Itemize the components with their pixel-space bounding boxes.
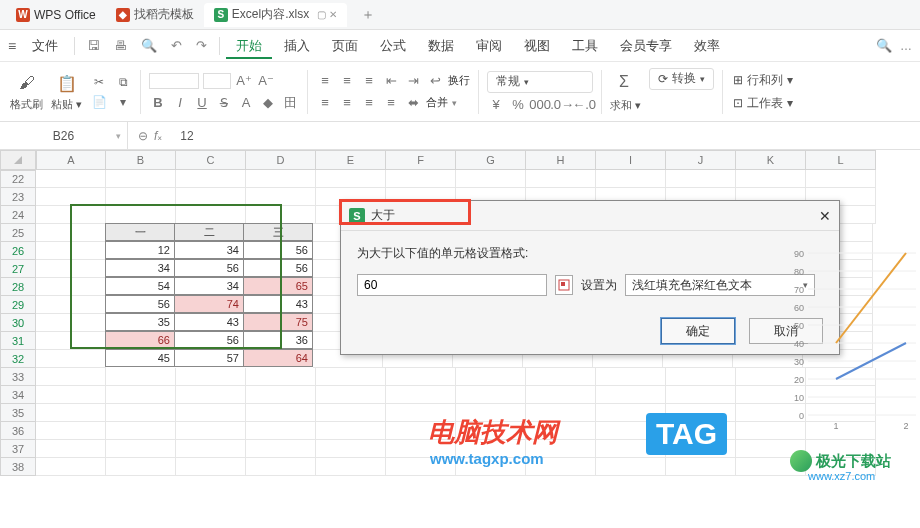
cell[interactable] (36, 332, 106, 350)
row-header[interactable]: 36 (0, 422, 36, 440)
dec-dec-icon[interactable]: ←.0 (575, 97, 593, 113)
formula-input[interactable]: 12 (172, 129, 920, 143)
cell[interactable]: 74 (174, 295, 244, 313)
underline-icon[interactable]: U (193, 95, 211, 111)
cell[interactable] (36, 296, 106, 314)
cell[interactable] (316, 440, 386, 458)
preview-icon[interactable]: 🔍 (135, 34, 163, 57)
cell[interactable] (36, 278, 106, 296)
cell[interactable] (106, 368, 176, 386)
row-header[interactable]: 34 (0, 386, 36, 404)
fontsize-box[interactable] (203, 73, 231, 89)
cell[interactable] (316, 422, 386, 440)
ok-button[interactable]: 确定 (661, 318, 735, 344)
cell[interactable]: 二 (174, 223, 244, 241)
dec-inc-icon[interactable]: .0→ (553, 97, 571, 113)
font-box[interactable] (149, 73, 199, 89)
indent-dec-icon[interactable]: ⇤ (382, 73, 400, 89)
menu-start[interactable]: 开始 (226, 33, 272, 59)
cell[interactable] (36, 404, 106, 422)
cell[interactable] (176, 170, 246, 188)
cell[interactable]: 56 (105, 295, 175, 313)
cell[interactable] (316, 404, 386, 422)
number-format-select[interactable]: 常规▾ (487, 71, 593, 93)
cell[interactable] (596, 386, 666, 404)
cell[interactable] (176, 404, 246, 422)
row-header[interactable]: 24 (0, 206, 36, 224)
col-header[interactable]: C (176, 150, 246, 170)
cell[interactable] (176, 188, 246, 206)
cell[interactable] (106, 440, 176, 458)
cell[interactable] (246, 422, 316, 440)
cell[interactable]: 75 (243, 313, 313, 331)
cell[interactable] (36, 242, 106, 260)
cell[interactable] (526, 368, 596, 386)
row-header[interactable]: 38 (0, 458, 36, 476)
cell[interactable] (176, 368, 246, 386)
menu-file[interactable]: 文件 (22, 33, 68, 59)
cell[interactable] (666, 386, 736, 404)
sum-label[interactable]: 求和 (610, 99, 632, 111)
cell[interactable] (36, 350, 106, 368)
redo-icon[interactable]: ↷ (190, 34, 213, 57)
align-mid-icon[interactable]: ≡ (338, 73, 356, 89)
fontcolor-icon[interactable]: A (237, 95, 255, 111)
cell[interactable] (596, 368, 666, 386)
cell[interactable] (106, 458, 176, 476)
merge-label[interactable]: 合并 (426, 95, 448, 110)
align-top-icon[interactable]: ≡ (316, 73, 334, 89)
close-icon[interactable]: ✕ (819, 208, 831, 224)
cell[interactable]: 43 (243, 295, 313, 313)
cell[interactable] (666, 170, 736, 188)
save-icon[interactable]: 🖫 (81, 34, 106, 57)
col-header[interactable]: A (36, 150, 106, 170)
align-bot-icon[interactable]: ≡ (360, 73, 378, 89)
undo-icon[interactable]: ↶ (165, 34, 188, 57)
col-header[interactable]: D (246, 150, 316, 170)
select-all-corner[interactable] (0, 150, 36, 170)
cell[interactable]: 35 (105, 313, 175, 331)
cell[interactable]: 64 (243, 349, 313, 367)
cell[interactable] (246, 386, 316, 404)
sum-icon[interactable]: Σ (610, 70, 638, 94)
name-box[interactable]: B26▾ (0, 122, 128, 149)
copy-icon[interactable]: ⧉ (114, 74, 132, 90)
wrap-icon[interactable]: ↩ (426, 73, 444, 89)
cell[interactable] (596, 458, 666, 476)
row-header[interactable]: 35 (0, 404, 36, 422)
tab-actions[interactable]: ▢ ✕ (317, 9, 337, 20)
cell[interactable] (36, 170, 106, 188)
row-header[interactable]: 26 (0, 242, 36, 260)
align-right-icon[interactable]: ≡ (360, 95, 378, 111)
print-icon[interactable]: 🖶 (108, 34, 133, 57)
align-center-icon[interactable]: ≡ (338, 95, 356, 111)
cell[interactable] (36, 260, 106, 278)
cell[interactable] (386, 368, 456, 386)
cell[interactable] (246, 404, 316, 422)
cell[interactable] (106, 188, 176, 206)
search-icon[interactable]: 🔍 (870, 34, 898, 57)
cell[interactable] (36, 224, 106, 242)
col-header[interactable]: I (596, 150, 666, 170)
align-left-icon[interactable]: ≡ (316, 95, 334, 111)
wrap-label[interactable]: 换行 (448, 73, 470, 88)
row-header[interactable]: 29 (0, 296, 36, 314)
row-header[interactable]: 22 (0, 170, 36, 188)
cell[interactable] (36, 188, 106, 206)
cell[interactable]: 66 (105, 331, 175, 349)
cell[interactable] (36, 458, 106, 476)
paste-label[interactable]: 粘贴 (51, 98, 73, 110)
cell[interactable] (106, 422, 176, 440)
fx-icon[interactable]: fₓ (154, 129, 162, 143)
cell[interactable] (316, 458, 386, 476)
cell[interactable] (36, 314, 106, 332)
cell[interactable]: 57 (174, 349, 244, 367)
menu-insert[interactable]: 插入 (274, 33, 320, 59)
row-header[interactable]: 23 (0, 188, 36, 206)
cell[interactable] (316, 170, 386, 188)
cell[interactable] (36, 422, 106, 440)
row-header[interactable]: 37 (0, 440, 36, 458)
cell[interactable] (666, 368, 736, 386)
cell[interactable]: 36 (243, 331, 313, 349)
cell[interactable] (106, 386, 176, 404)
